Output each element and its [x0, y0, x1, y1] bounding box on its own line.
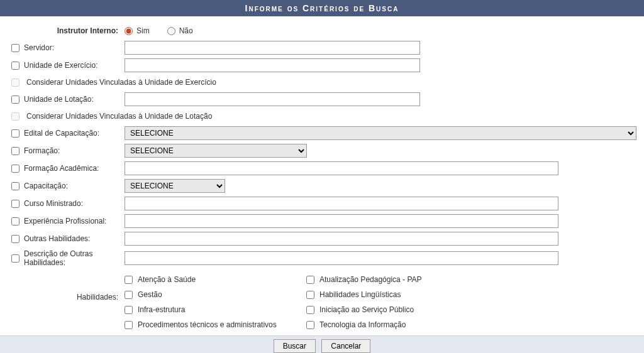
cancelar-button[interactable]: Cancelar [321, 339, 370, 353]
label-experiencia: Experiência Profissional: [24, 217, 125, 225]
check-hab-linguisticas[interactable] [306, 291, 314, 299]
row-descricao-outras: Descrição de Outras Habilidades: [6, 247, 638, 269]
check-formacao[interactable] [11, 147, 19, 155]
label-outras-habilidades: Outras Habilidades: [24, 234, 125, 243]
label-formacao: Formação: [24, 146, 125, 155]
input-outras-habilidades[interactable] [125, 232, 558, 246]
check-curso-ministrado[interactable] [11, 200, 19, 208]
row-experiencia: Experiência Profissional: [6, 212, 638, 230]
check-formacao-academica[interactable] [11, 165, 19, 173]
check-servidor[interactable] [11, 44, 19, 52]
hab-item-atencao-saude: Atenção à Saúde [125, 275, 304, 284]
row-unidade-exercicio: Unidade de Exercício: [6, 57, 638, 74]
label-instrutor-interno: Instrutor Interno: [6, 26, 125, 35]
hab-label: Atenção à Saúde [138, 275, 196, 284]
check-hab-infra[interactable] [125, 306, 133, 314]
input-servidor[interactable] [125, 41, 420, 55]
hab-item-atualizacao-pedagogica: Atualização Pedagógica - PAP [306, 275, 422, 284]
hab-label: Habilidades Lingüísticas [319, 290, 401, 299]
row-considerar-exercicio: Considerar Unidades Vinculadas à Unidade… [6, 74, 638, 90]
label-servidor: Servidor: [24, 43, 125, 52]
label-considerar-lotacao: Considerar Unidades Vinculadas à Unidade… [26, 112, 212, 121]
select-formacao[interactable]: SELECIONE [125, 144, 307, 158]
row-outras-habilidades: Outras Habilidades: [6, 230, 638, 247]
hab-label: Gestão [138, 290, 162, 299]
select-capacitacao[interactable]: SELECIONE [125, 179, 225, 193]
footer-bar: Buscar Cancelar [0, 335, 644, 353]
radio-nao-wrapper[interactable]: Não [167, 26, 193, 35]
page-header: Informe os Critérios de Busca [0, 0, 644, 16]
check-hab-tecnologia[interactable] [306, 321, 314, 329]
hab-item-iniciacao: Iniciação ao Serviço Público [306, 305, 422, 314]
input-experiencia[interactable] [125, 214, 558, 228]
label-capacitacao: Capacitação: [24, 182, 125, 190]
radio-nao-label: Não [179, 26, 193, 35]
label-habilidades: Habilidades: [6, 273, 125, 301]
hab-item-infra: Infra-estrutura [125, 305, 304, 314]
hab-item-linguisticas: Habilidades Lingüísticas [306, 290, 422, 299]
radio-sim-label: Sim [136, 26, 150, 35]
label-unidade-lotacao: Unidade de Lotação: [24, 95, 125, 104]
row-unidade-lotacao: Unidade de Lotação: [6, 90, 638, 108]
input-unidade-exercicio[interactable] [125, 58, 420, 72]
radio-sim-wrapper[interactable]: Sim [125, 26, 150, 35]
row-capacitacao: Capacitação: SELECIONE [6, 177, 638, 195]
select-edital[interactable]: SELECIONE [125, 126, 636, 140]
check-considerar-exercicio[interactable] [11, 79, 19, 87]
label-considerar-exercicio: Considerar Unidades Vinculadas à Unidade… [26, 78, 216, 87]
hab-label: Iniciação ao Serviço Público [319, 305, 414, 314]
check-hab-gestao[interactable] [125, 291, 133, 299]
label-edital: Edital de Capacitação: [24, 129, 125, 138]
check-unidade-exercicio[interactable] [11, 62, 19, 70]
check-hab-atualizacao-pedagogica[interactable] [306, 276, 314, 284]
check-experiencia[interactable] [11, 217, 19, 225]
row-formacao: Formação: SELECIONE [6, 142, 638, 160]
row-habilidades: Habilidades: Atenção à Saúde Atualização… [6, 269, 638, 335]
radio-sim[interactable] [125, 27, 133, 35]
hab-item-tecnologia: Tecnologia da Informação [306, 320, 422, 329]
check-hab-atencao-saude[interactable] [125, 276, 133, 284]
input-descricao-outras[interactable] [125, 251, 558, 265]
row-considerar-lotacao: Considerar Unidades Vinculadas à Unidade… [6, 108, 638, 124]
row-instrutor-interno: Instrutor Interno: Sim Não [6, 21, 638, 39]
hab-label: Atualização Pedagógica - PAP [319, 275, 422, 284]
input-formacao-academica[interactable] [125, 161, 558, 175]
label-formacao-academica: Formação Acadêmica: [24, 164, 125, 173]
hab-label: Tecnologia da Informação [319, 320, 406, 329]
label-curso-ministrado: Curso Ministrado: [24, 199, 125, 208]
input-unidade-lotacao[interactable] [125, 92, 420, 106]
check-outras-habilidades[interactable] [11, 235, 19, 243]
habilidades-grid: Atenção à Saúde Atualização Pedagógica -… [125, 273, 422, 329]
check-edital[interactable] [11, 129, 19, 138]
input-curso-ministrado[interactable] [125, 197, 558, 210]
check-unidade-lotacao[interactable] [11, 95, 19, 104]
check-descricao-outras[interactable] [11, 254, 19, 263]
check-hab-procedimentos[interactable] [125, 321, 133, 329]
radio-nao[interactable] [167, 27, 175, 35]
page-title: Informe os Critérios de Busca [245, 3, 399, 13]
hab-item-gestao: Gestão [125, 290, 304, 299]
label-descricao-outras: Descrição de Outras Habilidades: [24, 249, 125, 267]
row-formacao-academica: Formação Acadêmica: [6, 160, 638, 177]
search-form: Instrutor Interno: Sim Não Servidor: Uni… [0, 16, 644, 335]
label-unidade-exercicio: Unidade de Exercício: [24, 61, 125, 70]
hab-item-procedimentos: Procedimentos técnicos e administrativos [125, 320, 304, 329]
hab-label: Infra-estrutura [138, 305, 185, 314]
buscar-button[interactable]: Buscar [274, 339, 316, 353]
row-edital: Edital de Capacitação: SELECIONE [6, 124, 638, 142]
check-capacitacao[interactable] [11, 182, 19, 190]
hab-label: Procedimentos técnicos e administrativos [138, 320, 277, 329]
check-considerar-lotacao[interactable] [11, 112, 19, 121]
row-servidor: Servidor: [6, 39, 638, 57]
check-hab-iniciacao[interactable] [306, 306, 314, 314]
row-curso-ministrado: Curso Ministrado: [6, 195, 638, 212]
